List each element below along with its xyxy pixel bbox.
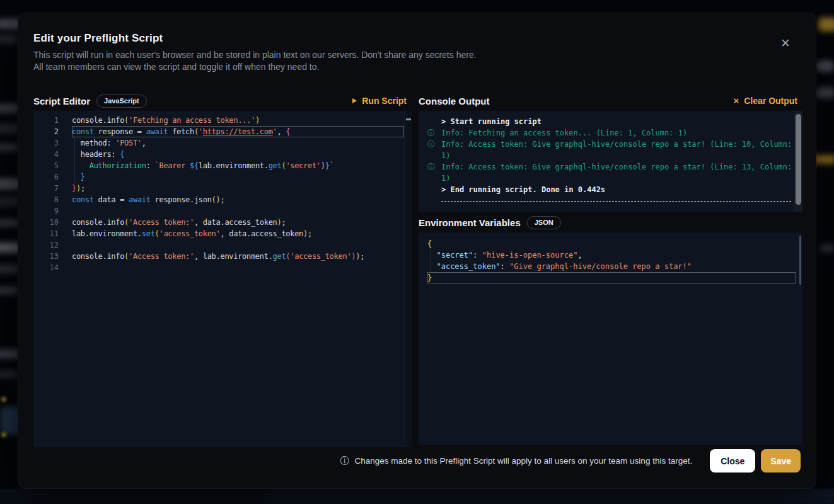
code-line-text xyxy=(72,262,404,273)
backdrop-bottom-strip xyxy=(0,489,834,504)
environment-variables-lines: { "secret": "hive-is-open-source", "acce… xyxy=(427,238,796,284)
env-line[interactable]: "secret": "hive-is-open-source", xyxy=(427,249,796,261)
indent-guide xyxy=(430,261,431,272)
console-line: > End running script. Done in 0.442s xyxy=(427,184,797,195)
env-line[interactable]: "access_token": "Give graphql-hive/conso… xyxy=(427,261,796,272)
code-line-text: } xyxy=(427,272,796,284)
editor-line[interactable]: 3 method: 'POST', xyxy=(33,137,412,149)
console-scrollbar-thumb[interactable] xyxy=(796,114,801,205)
editor-line[interactable]: 13console.info('Access token:', lab.envi… xyxy=(33,251,412,262)
env-line[interactable]: { xyxy=(427,238,796,249)
editor-line[interactable]: 11lab.environment.set('access_token', da… xyxy=(33,228,412,239)
line-number: 6 xyxy=(33,171,59,183)
run-script-button[interactable]: Run Script xyxy=(352,96,412,106)
console-output-title: Console Output xyxy=(419,96,490,106)
line-number: 2 xyxy=(33,126,59,137)
console-line-text xyxy=(441,195,797,202)
code-line-text: Authorization: `Bearer ${lab.environment… xyxy=(72,160,404,171)
code-line-text: "access_token": "Give graphql-hive/conso… xyxy=(427,261,796,272)
console-line: > Start running script xyxy=(427,116,797,127)
line-number: 1 xyxy=(33,115,59,126)
editor-line[interactable]: 1console.info('Fetching an access token.… xyxy=(33,115,412,126)
script-editor[interactable]: 1console.info('Fetching an access token.… xyxy=(33,111,412,447)
modal-description-line: This script will run in each user's brow… xyxy=(33,49,477,61)
preflight-script-modal: ✕ Edit your Preflight Script This script… xyxy=(18,13,816,489)
console-lines: > Start running scriptⓘInfo: Fetching an… xyxy=(427,116,797,202)
clear-icon: × xyxy=(733,96,739,105)
line-number: 5 xyxy=(33,160,59,171)
modal-footer: ⓘ Changes made to this Preflight Script … xyxy=(33,449,801,472)
console-line-marker xyxy=(427,184,441,195)
line-number: 10 xyxy=(33,217,59,228)
console-line-text: Info: Fetching an access token... (Line:… xyxy=(441,127,797,139)
code-line-text: headers: { xyxy=(72,149,404,160)
environment-variables-header: Environment Variables JSON xyxy=(419,212,802,232)
console-scrollbar[interactable] xyxy=(794,111,802,212)
line-number: 4 xyxy=(33,149,59,160)
line-number: 12 xyxy=(33,239,59,251)
console-line-text: > Start running script xyxy=(441,116,797,127)
console-line-text: Info: Access token: Give graphql-hive/co… xyxy=(441,139,797,161)
editor-line[interactable]: 10console.info('Access token:', data.acc… xyxy=(33,217,412,228)
json-badge: JSON xyxy=(527,216,561,229)
run-script-label: Run Script xyxy=(362,96,407,106)
footer-note-text: Changes made to this Preflight Script wi… xyxy=(354,456,692,466)
editor-line[interactable]: 4 headers: { xyxy=(33,149,412,160)
console-line-marker xyxy=(427,195,441,202)
info-icon: ⓘ xyxy=(427,161,441,184)
line-number: 3 xyxy=(33,137,59,149)
info-icon: ⓘ xyxy=(427,139,441,161)
editor-line[interactable]: 2const response = await fetch('https://t… xyxy=(33,126,412,137)
clear-output-label: Clear Output xyxy=(744,96,797,106)
clear-output-button[interactable]: × Clear Output xyxy=(733,96,802,106)
editor-line[interactable]: 8const data = await response.json(); xyxy=(33,194,412,205)
code-line-text xyxy=(72,239,404,251)
code-line-text: lab.environment.set('access_token', data… xyxy=(72,228,404,239)
line-number: 14 xyxy=(33,262,59,273)
env-line[interactable]: } xyxy=(427,272,796,284)
editor-line[interactable]: 6 } xyxy=(33,171,412,183)
editor-line[interactable]: 9 xyxy=(33,205,412,217)
overview-ruler-mark xyxy=(406,118,411,120)
editor-line[interactable]: 5 Authorization: `Bearer ${lab.environme… xyxy=(33,160,412,171)
console-line: ⓘInfo: Access token: Give graphql-hive/c… xyxy=(427,139,797,161)
editor-lines: 1console.info('Fetching an access token.… xyxy=(33,115,412,273)
env-scrollbar[interactable] xyxy=(799,236,801,285)
save-button[interactable]: Save xyxy=(761,449,801,472)
code-line-text: const data = await response.json(); xyxy=(72,194,404,205)
console-line-text: > End running script. Done in 0.442s xyxy=(441,184,797,195)
code-line-text: } xyxy=(72,171,404,183)
editor-line[interactable]: 12 xyxy=(33,239,412,251)
modal-description: This script will run in each user's brow… xyxy=(33,49,477,72)
console-line-text: Info: Access token: Give graphql-hive/co… xyxy=(441,161,797,184)
close-button[interactable]: Close xyxy=(710,449,755,472)
backdrop-blob xyxy=(820,244,834,252)
editor-line[interactable]: 7}); xyxy=(33,183,412,194)
backdrop-blob xyxy=(816,87,834,98)
backdrop-dot xyxy=(1,432,6,437)
code-line-text: console.info('Access token:', lab.enviro… xyxy=(72,251,404,262)
code-line-text: { xyxy=(427,238,796,249)
modal-description-line: All team members can view the script and… xyxy=(33,61,477,73)
editor-overview-ruler[interactable] xyxy=(404,111,412,447)
indent-guide xyxy=(74,160,75,171)
close-icon[interactable]: ✕ xyxy=(780,37,791,49)
indent-guide xyxy=(74,137,75,149)
console-line-marker xyxy=(427,116,441,127)
code-line-text: console.info('Access token:', data.acces… xyxy=(72,217,404,228)
modal-title: Edit your Preflight Script xyxy=(33,32,163,45)
indent-guide xyxy=(430,249,431,261)
console-line: ⓘInfo: Fetching an access token... (Line… xyxy=(427,127,797,139)
backdrop-blob xyxy=(818,18,834,32)
backdrop-blob xyxy=(0,35,18,43)
backdrop-dot xyxy=(1,397,6,402)
backdrop-blob xyxy=(816,60,834,72)
code-line-text: console.info('Fetching an access token..… xyxy=(72,115,404,126)
script-editor-header: Script Editor JavaScript Run Script xyxy=(33,91,412,111)
console-separator xyxy=(441,201,791,202)
editor-line[interactable]: 14 xyxy=(33,262,412,273)
backdrop-blob xyxy=(0,287,19,294)
script-editor-title: Script Editor xyxy=(33,96,90,106)
environment-variables-editor[interactable]: { "secret": "hive-is-open-source", "acce… xyxy=(419,232,802,445)
code-line-text: }); xyxy=(72,183,404,194)
